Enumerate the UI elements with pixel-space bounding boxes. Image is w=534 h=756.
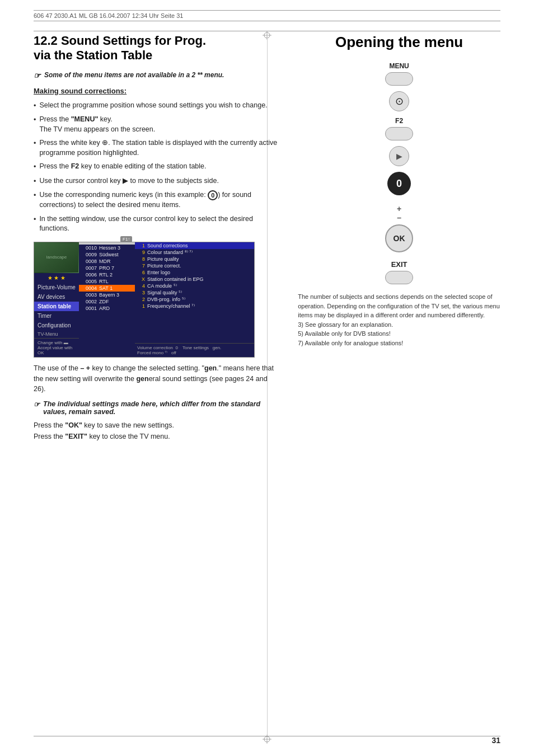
right-item: 3Signal quality ⁵⁾: [135, 289, 254, 296]
menu-oval-button[interactable]: [385, 72, 413, 86]
opening-title: Opening the menu: [335, 34, 463, 51]
minus-label: –: [397, 213, 401, 222]
right-item: 1Sound corrections: [135, 242, 254, 249]
remote-section: MENU ⊙ F2 ▶ 0: [385, 62, 413, 195]
italic-note-icon: ☞: [34, 400, 40, 416]
list-item: •Use the corresponding numeric keys (in …: [34, 190, 281, 210]
italic-note-text: The individual settings made here, which…: [43, 400, 281, 416]
footer-note-3: 7) Available only for analogue stations!: [298, 339, 500, 348]
exit-label: EXIT: [391, 260, 407, 269]
top-line: [34, 31, 500, 31]
list-item: •Press the "MENU" key.The TV menu appear…: [34, 115, 281, 134]
svg-text:landscape: landscape: [46, 255, 67, 260]
zero-button[interactable]: 0: [387, 172, 411, 195]
menu-item-timer[interactable]: Timer: [34, 311, 79, 321]
section-heading: Making sound corrections:: [34, 87, 281, 95]
tv-right-panel: 1Sound corrections 9Colour standard ⁸⁾ ⁷…: [135, 242, 254, 357]
footer-note-0: The number of subjects and sections depe…: [298, 292, 500, 320]
list-item: •Press the white key ⊕. The station tabl…: [34, 138, 281, 158]
right-item: 6Enter logo: [135, 269, 254, 276]
press-exit-line: Press the "EXIT" key to close the TV men…: [34, 433, 281, 440]
list-item: •Use the cursor control key ▶ to move to…: [34, 176, 281, 187]
right-footer: Volume correction 0Forced mono ⁷⁾ off To…: [135, 343, 254, 357]
list-item: •Press the F2 key to enable editing of t…: [34, 162, 281, 172]
right-item: 7Picture correct.: [135, 262, 254, 269]
tv-sidebar: landscape ★ ★ ★ Picture-Volume AV device…: [34, 242, 79, 357]
left-column: 12.2 Sound Settings for Prog. via the St…: [34, 34, 281, 734]
station-row: 0010Hessen 3: [79, 245, 135, 251]
tv-menu-screenshot: F1↑ landscape ★ ★ ★ Picture-Volume: [34, 242, 255, 358]
note-box: ☞ Some of the menu items are not availab…: [34, 71, 281, 80]
station-row: 0005RTL: [79, 278, 135, 285]
station-row: 0007PRO 7: [79, 265, 135, 271]
station-row: 0006RTL 2: [79, 271, 135, 278]
tv-thumbnail: landscape: [34, 242, 79, 273]
station-row: 0002ZDF: [79, 298, 135, 305]
note-text: Some of the menu items are not available…: [44, 71, 224, 80]
header-text: 606 47 2030.A1 ML GB 16.04.2007 12:34 Uh…: [34, 12, 183, 19]
station-row: 0003Bayern 3: [79, 292, 135, 298]
menu-item-av-devices[interactable]: AV devices: [34, 292, 79, 302]
crosshair-bottom: [263, 735, 271, 744]
italic-note: ☞ The individual settings made here, whi…: [34, 400, 281, 416]
menu-item-picture-volume[interactable]: Picture-Volume: [34, 283, 79, 292]
plus-label: +: [397, 204, 401, 213]
para1: The use of the – + key to change the sel…: [34, 363, 281, 395]
tv-menu-footer: Change with ▬Accept value with OK: [34, 338, 79, 357]
remote-f2-btn: F2: [385, 117, 413, 140]
menu-item-station-table[interactable]: Station table: [34, 302, 79, 311]
footer-notes: The number of subjects and sections depe…: [298, 292, 500, 348]
list-item: •In the setting window, use the cursor c…: [34, 214, 281, 234]
right-item: XStation contained in EPG: [135, 276, 254, 283]
bullet-list: •Select the programme position whose sou…: [34, 101, 281, 234]
tv-menu-items: Picture-Volume AV devices Station table …: [34, 283, 79, 330]
eye-button[interactable]: ⊙: [389, 91, 409, 111]
eye-icon: ⊙: [395, 95, 404, 107]
exit-section: EXIT: [385, 260, 413, 284]
f2-label: F2: [395, 117, 403, 125]
page-number: 31: [491, 736, 500, 745]
page-title: 12.2 Sound Settings for Prog. via the St…: [34, 34, 281, 63]
right-item: 9Colour standard ⁸⁾ ⁷⁾: [135, 249, 254, 256]
station-row: 0001ARD: [79, 305, 135, 312]
right-column: Opening the menu MENU ⊙ F2 ▶: [298, 34, 500, 734]
tv-stars: ★ ★ ★: [34, 273, 79, 283]
header-strip: 606 47 2030.A1 ML GB 16.04.2007 12:34 Uh…: [34, 10, 500, 21]
station-row: 0008MDR: [79, 258, 135, 265]
page-content: 12.2 Sound Settings for Prog. via the St…: [34, 34, 500, 734]
tv-menu: landscape ★ ★ ★ Picture-Volume AV device…: [34, 242, 255, 358]
tv-station-list: 0010Hessen 3 0009Südwest 0008MDR 0007PRO…: [79, 242, 135, 357]
right-item: 8Picture quality: [135, 256, 254, 262]
zero-label: 0: [396, 178, 402, 190]
right-item: 2DVB-prog. info ⁵⁾: [135, 296, 254, 303]
ok-button[interactable]: OK: [385, 224, 413, 252]
f2-oval-button[interactable]: [385, 127, 413, 140]
tv-menu-label: TV-Menu: [34, 330, 79, 338]
plus-minus-section: + – OK: [385, 204, 413, 255]
f1-badge: F1↑: [120, 236, 132, 242]
footer-note-1: 3) See glossary for an explanation.: [298, 320, 500, 330]
note-icon: ☞: [34, 71, 41, 80]
menu-label: MENU: [389, 62, 409, 70]
press-ok-line: Press the "OK" key to save the new setti…: [34, 421, 281, 429]
exit-button[interactable]: [385, 271, 413, 284]
menu-item-configuration[interactable]: Configuration: [34, 321, 79, 330]
station-row: 0009Südwest: [79, 251, 135, 258]
right-item: 1Frequency/channel ⁷⁾: [135, 303, 254, 309]
footer-note-2: 5) Available only for DVB stations!: [298, 329, 500, 339]
list-item: •Select the programme position whose sou…: [34, 101, 281, 111]
right-item: 4CA module ⁵⁾: [135, 283, 254, 289]
arrow-button[interactable]: ▶: [389, 146, 409, 166]
arrow-right-icon: ▶: [396, 152, 402, 161]
station-row-selected: 0004SAT 1: [79, 285, 135, 292]
remote-menu-btn: MENU: [385, 62, 413, 86]
